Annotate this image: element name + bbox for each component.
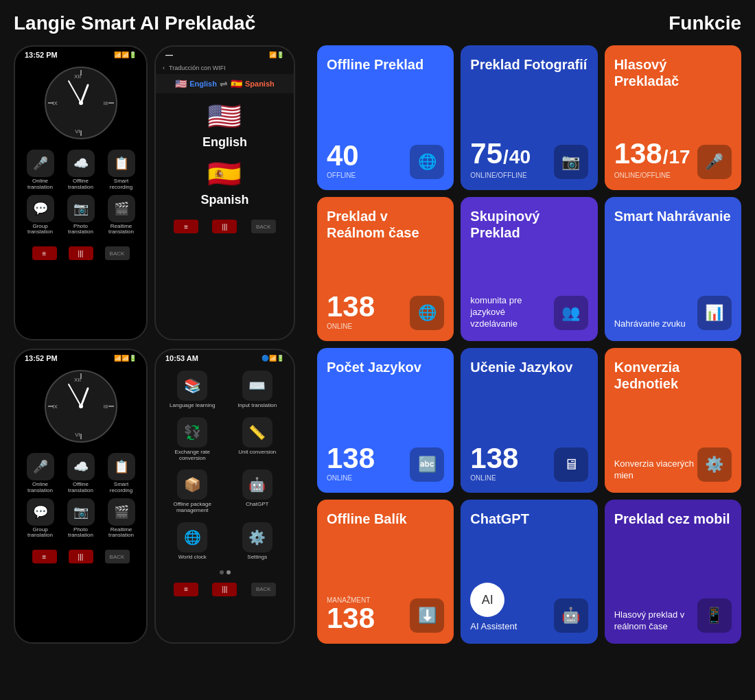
bottom-bar-1: ≡ ||| BACK [15, 241, 146, 266]
menu-item-unit-conversion[interactable]: 📏 Unit conversion [226, 415, 289, 465]
svg-point-11 [79, 101, 83, 105]
app-icon-offline-2: ☁️ [67, 453, 95, 480]
back-btn-2[interactable]: BACK [105, 550, 130, 563]
lang-item-spanish: 🇪🇸 Spanish [200, 158, 248, 207]
bottom-btn-bars-menu[interactable]: ||| [212, 583, 237, 596]
app-item-group-trans[interactable]: 💬 Group translation [22, 195, 58, 236]
menu-icon-exchange: 💱 [177, 417, 207, 447]
page-title: Langie Smart AI Prekladač [14, 12, 255, 34]
menu-label-settings: Settings [247, 555, 267, 561]
bottom-btn-bars-trans[interactable]: ||| [212, 220, 237, 233]
svg-text:III: III [103, 404, 108, 410]
back-btn-1[interactable]: BACK [105, 246, 130, 260]
status-time-trans: — [165, 51, 173, 59]
back-arrow[interactable]: ‹ [163, 65, 165, 71]
lang-selector[interactable]: 🇺🇸 English ⇌ 🇪🇸 Spanish [156, 74, 294, 93]
app-item-photo-trans-2[interactable]: 📷 Photo translation [62, 498, 99, 539]
menu-item-input-translation[interactable]: ⌨️ Input translation [226, 368, 289, 412]
phone-row-bottom: 13:52 PM 📶📶🔋 XII III VI [14, 349, 309, 644]
card-icon-foto: 📷 [554, 145, 588, 179]
svg-text:XII: XII [74, 73, 81, 80]
app-item-online-trans[interactable]: 🎤 Online translation [22, 150, 58, 191]
app-item-online-trans-2[interactable]: 🎤 Online translation [22, 453, 58, 494]
fraction-num-foto: 75 [470, 137, 502, 170]
menu-label-language: Language learning [170, 403, 215, 409]
app-item-photo-trans[interactable]: 📷 Photo translation [62, 195, 99, 236]
card-offline-preklad: Offline Preklad 40 OFFLINE 🌐 [317, 45, 454, 190]
bottom-btn-eq-trans[interactable]: ≡ [174, 220, 198, 233]
card-title-chatgpt: ChatGPT [470, 511, 588, 527]
fraction-hlasovy: 138 / 17 [614, 137, 690, 170]
phone-translation-1: — 📶🔋 ‹ Traducción con WIFI 🇺🇸 English ⇌ … [154, 45, 295, 340]
card-bottom-pocet: 138 ONLINE 🔤 [327, 444, 444, 482]
app-grid-2: 🎤 Online translation ☁️ Offline translat… [15, 447, 146, 544]
main-content: 13:52 PM 📶📶🔋 XII [14, 45, 741, 644]
bottom-btn-eq-1[interactable]: ≡ [32, 246, 57, 260]
clock-svg-2: XII III VI IX [44, 369, 118, 443]
app-item-offline-trans-2[interactable]: ☁️ Offline translation [62, 453, 99, 494]
app-item-offline-trans[interactable]: ☁️ Offline translation [62, 150, 99, 191]
card-chatgpt: ChatGPT AI AI Assistent 🤖 [461, 500, 597, 644]
card-label-realtime: ONLINE [327, 323, 375, 330]
fraction-num-hlasovy: 138 [614, 137, 662, 170]
card-icon-hlasovy: 🎤 [697, 145, 732, 179]
fraction-slash-hlasovy: / [663, 146, 669, 168]
card-title-offline: Offline Preklad [327, 56, 444, 73]
back-btn-trans[interactable]: BACK [251, 220, 276, 233]
bottom-btn-eq-2[interactable]: ≡ [32, 550, 57, 563]
bottom-btn-bars-2[interactable]: ||| [69, 550, 93, 563]
app-item-realtime-trans[interactable]: 🎬 Realtime translation [103, 195, 139, 236]
menu-item-world-clock[interactable]: 🌐 World clock [161, 520, 224, 563]
app-label-realtime-2: Realtime translation [103, 527, 139, 539]
card-bottom-chatgpt: AI AI Assistent 🤖 [470, 583, 588, 633]
menu-label-input: Input translation [237, 403, 277, 409]
app-item-smart-rec-2[interactable]: 📋 Smart recording [103, 453, 139, 494]
status-time-2: 13:52 PM [25, 354, 58, 362]
app-item-smart-rec[interactable]: 📋 Smart recording [103, 150, 139, 191]
card-icon-chatgpt: 🤖 [554, 598, 588, 633]
menu-icon-unit: 📏 [242, 417, 272, 447]
menu-item-language-learning[interactable]: 📚 Language learning [161, 368, 224, 412]
app-icon-smart-2: 📋 [108, 453, 135, 480]
menu-item-settings[interactable]: ⚙️ Settings [226, 520, 289, 563]
menu-label-world-clock: World clock [178, 555, 207, 561]
fraction-den-foto: 40 [509, 146, 531, 168]
app-icon-group-2: 💬 [27, 498, 54, 526]
menu-item-offline-package[interactable]: 📦 Offline package management [161, 467, 224, 517]
card-icon-mobil: 📱 [697, 598, 732, 633]
card-smart-nahravanie: Smart Nahrávanie Nahrávanie zvuku 📊 [605, 197, 741, 342]
menu-item-exchange-rate[interactable]: 💱 Exchange rate conversion [161, 415, 224, 465]
svg-text:VI: VI [75, 128, 80, 135]
svg-text:III: III [103, 100, 108, 106]
analog-clock-wrapper-2: XII III VI IX [15, 364, 146, 447]
menu-icon-world-clock: 🌐 [177, 522, 207, 552]
card-icon-balik: ⬇️ [410, 598, 444, 633]
card-bottom-realtime: 138 ONLINE 🌐 [327, 292, 444, 330]
back-btn-menu[interactable]: BACK [251, 583, 276, 596]
menu-label-exchange: Exchange rate conversion [164, 450, 221, 462]
card-title-hlasovy: Hlasový Prekladač [614, 56, 732, 89]
page-header: Langie Smart AI Prekladač Funkcie [14, 12, 741, 34]
svg-text:VI: VI [75, 432, 80, 438]
clock-svg-1: XII III VI IX [44, 66, 118, 140]
card-bottom-balik: MANAŽMENT 138 ⬇️ [327, 595, 444, 633]
status-bar-trans: — 📶🔋 [156, 47, 294, 60]
menu-item-chatgpt[interactable]: 🤖 ChatGPT [226, 467, 289, 517]
svg-text:IX: IX [52, 404, 58, 410]
app-icon-group: 💬 [27, 195, 54, 222]
bottom-btn-bars-1[interactable]: ||| [69, 246, 93, 260]
lang-item-english: 🇺🇸 English [202, 100, 247, 150]
app-icon-photo: 📷 [67, 195, 95, 222]
card-desc-chatgpt: AI Assistent [470, 621, 517, 633]
app-item-realtime-trans-2[interactable]: 🎬 Realtime translation [103, 498, 139, 539]
card-icon-smart: 📊 [697, 296, 732, 330]
bottom-btn-eq-menu[interactable]: ≡ [174, 583, 198, 596]
lang-to-name: Spanish [245, 80, 275, 88]
app-item-group-trans-2[interactable]: 💬 Group translation [22, 498, 58, 539]
menu-label-unit: Unit conversion [238, 450, 276, 456]
trans-header-label: Traducción con WIFI [169, 65, 226, 71]
app-icon-photo-2: 📷 [67, 498, 95, 526]
english-name: English [202, 135, 247, 150]
card-label-ucenie: ONLINE [470, 474, 518, 482]
menu-icon-settings: ⚙️ [242, 522, 272, 552]
